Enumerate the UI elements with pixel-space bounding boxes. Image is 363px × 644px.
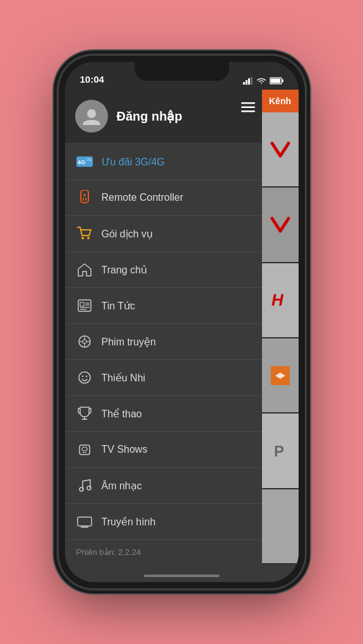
channel-item-1[interactable] bbox=[262, 112, 299, 188]
news-icon bbox=[76, 297, 93, 314]
svg-rect-9 bbox=[241, 110, 255, 112]
sidebar: Đăng nhập 4G LTE bbox=[65, 90, 262, 564]
svg-point-34 bbox=[85, 376, 86, 377]
channel-item-6[interactable] bbox=[262, 489, 299, 564]
menu-item-tv[interactable]: Truyền hình bbox=[65, 505, 262, 538]
svg-rect-21 bbox=[80, 302, 84, 306]
menu-item-news[interactable]: Tin Tức bbox=[65, 289, 262, 322]
svg-rect-3 bbox=[251, 77, 253, 85]
menu-item-service[interactable]: Gói dịch vụ bbox=[65, 217, 262, 250]
vtv-logo-1 bbox=[269, 138, 292, 161]
svg-rect-16 bbox=[83, 198, 84, 201]
menu-label-4g: Ưu đãi 3G/4G bbox=[102, 156, 165, 168]
signal-icon bbox=[243, 77, 253, 85]
menu-item-4g[interactable]: 4G LTE Ưu đãi 3G/4G bbox=[65, 145, 262, 178]
divider-4 bbox=[65, 287, 262, 288]
svg-point-15 bbox=[83, 194, 86, 196]
menu-label-news: Tin Tức bbox=[102, 300, 136, 312]
phone-wrapper: 10:04 bbox=[0, 0, 363, 644]
cart-icon bbox=[76, 225, 93, 242]
tv-icon bbox=[76, 513, 93, 530]
trophy-icon bbox=[76, 405, 93, 422]
home-icon bbox=[76, 261, 93, 278]
menu-item-home[interactable]: Trang chủ bbox=[65, 253, 262, 286]
menu-item-music[interactable]: Âm nhạc bbox=[65, 469, 262, 502]
svg-rect-0 bbox=[243, 82, 245, 85]
svg-text:P: P bbox=[274, 443, 284, 460]
sidebar-header[interactable]: Đăng nhập bbox=[65, 90, 262, 143]
right-panel: Kênh bbox=[262, 90, 299, 564]
svg-point-32 bbox=[79, 372, 90, 383]
svg-rect-7 bbox=[241, 102, 255, 104]
divider-3 bbox=[65, 251, 262, 252]
4g-icon: 4G LTE bbox=[76, 153, 93, 170]
channel-item-3[interactable]: H bbox=[262, 263, 299, 338]
menu-label-music: Âm nhạc bbox=[102, 480, 142, 492]
wifi-icon bbox=[256, 77, 266, 85]
menu-label-tv: Truyền hình bbox=[102, 516, 156, 528]
status-time: 10:04 bbox=[80, 74, 104, 86]
svg-point-10 bbox=[87, 109, 96, 118]
login-label[interactable]: Đăng nhập bbox=[117, 109, 182, 124]
menu-list: 4G LTE Ưu đãi 3G/4G bbox=[65, 143, 262, 540]
vtv-logo-2 bbox=[269, 213, 292, 236]
status-icons bbox=[243, 77, 283, 86]
phone-frame: 10:04 bbox=[59, 56, 305, 588]
svg-point-33 bbox=[81, 376, 83, 377]
menu-item-sport[interactable]: Thể thao bbox=[65, 397, 262, 430]
menu-item-tvshow[interactable]: TV Shows bbox=[65, 433, 262, 466]
menu-button[interactable] bbox=[234, 90, 262, 125]
svg-point-19 bbox=[87, 237, 90, 239]
avatar bbox=[75, 100, 108, 133]
home-indicator bbox=[144, 575, 220, 577]
kids-icon bbox=[76, 369, 93, 386]
svg-point-18 bbox=[81, 237, 84, 239]
htv-logo: H bbox=[269, 289, 292, 311]
p-logo: P bbox=[269, 439, 292, 462]
svg-rect-39 bbox=[78, 517, 92, 526]
svg-text:H: H bbox=[271, 290, 284, 309]
music-icon bbox=[76, 477, 93, 494]
svg-rect-5 bbox=[282, 80, 283, 82]
channel-item-2[interactable] bbox=[262, 188, 299, 263]
menu-label-tvshow: TV Shows bbox=[102, 444, 148, 455]
divider-6 bbox=[65, 359, 262, 360]
battery-icon bbox=[270, 77, 283, 85]
hamburger-icon bbox=[241, 102, 255, 112]
screen-content: Đăng nhập 4G LTE bbox=[65, 90, 299, 564]
orange-channel-logo bbox=[271, 366, 290, 385]
menu-item-remote[interactable]: Remote Controller bbox=[65, 181, 262, 214]
svg-text:4G: 4G bbox=[77, 159, 85, 165]
notch bbox=[134, 62, 229, 81]
menu-label-remote: Remote Controller bbox=[102, 192, 184, 203]
svg-text:LTE: LTE bbox=[86, 158, 91, 162]
svg-rect-8 bbox=[241, 107, 255, 109]
user-icon bbox=[81, 106, 102, 126]
menu-item-movie[interactable]: Phim truyện bbox=[65, 325, 262, 358]
menu-item-kids[interactable]: Thiếu Nhi bbox=[65, 361, 262, 394]
phone-screen: 10:04 bbox=[65, 62, 299, 582]
remote-icon bbox=[76, 189, 93, 206]
tvshow-icon bbox=[76, 441, 93, 458]
menu-label-service: Gói dịch vụ bbox=[102, 228, 153, 240]
channel-tab[interactable]: Kênh bbox=[262, 90, 299, 112]
menu-label-sport: Thể thao bbox=[102, 408, 142, 420]
version-text: Phiên bản: 2.2.24 bbox=[65, 540, 262, 564]
film-icon bbox=[76, 333, 93, 350]
divider-10 bbox=[65, 503, 262, 504]
menu-label-kids: Thiếu Nhi bbox=[102, 372, 146, 384]
divider-2 bbox=[65, 215, 262, 216]
svg-rect-1 bbox=[246, 80, 247, 85]
svg-rect-2 bbox=[248, 78, 250, 85]
channel-item-4[interactable] bbox=[262, 338, 299, 414]
divider-5 bbox=[65, 323, 262, 324]
divider-1 bbox=[65, 179, 262, 180]
divider-7 bbox=[65, 395, 262, 396]
svg-point-27 bbox=[83, 340, 86, 343]
svg-rect-6 bbox=[270, 78, 280, 83]
menu-label-movie: Phim truyện bbox=[102, 336, 156, 348]
divider-8 bbox=[65, 431, 262, 432]
menu-label-home: Trang chủ bbox=[102, 264, 148, 276]
svg-rect-17 bbox=[85, 198, 86, 201]
channel-item-5[interactable]: P bbox=[262, 414, 299, 489]
